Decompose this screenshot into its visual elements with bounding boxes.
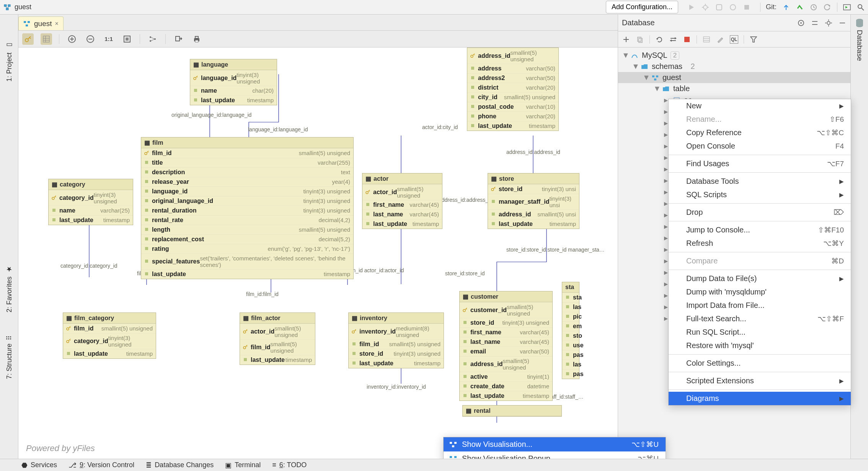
entity-address[interactable]: address_idsmallint(5) unsignedaddressvar…	[467, 47, 559, 131]
menu-item[interactable]: Find Usages⌥F7	[669, 157, 851, 170]
gear-icon[interactable]	[824, 19, 833, 27]
menu-item[interactable]: Full-text Search...⌥⇧⌘F	[669, 312, 851, 325]
entity-film[interactable]: ▦film film_idsmallint(5) unsignedtitleva…	[141, 137, 354, 279]
svg-rect-73	[366, 222, 369, 225]
toolwindow-structure[interactable]: 7: Structure ⠿	[5, 335, 13, 379]
toolwindow-favorites[interactable]: 2: Favorites ★	[5, 265, 13, 312]
stop-icon[interactable]	[742, 3, 751, 11]
entity-language[interactable]: ▦language language_idtinyint(3) unsigned…	[190, 59, 277, 105]
close-tab-icon[interactable]: ×	[55, 20, 58, 27]
toolwindow-database-label[interactable]: Database	[855, 28, 864, 61]
menu-item[interactable]: Restore with 'mysql'	[669, 339, 851, 352]
statusbar-vcs[interactable]: ⎇9: Version Control	[69, 461, 134, 469]
highlight-keys-button[interactable]	[22, 33, 34, 45]
entity-customer[interactable]: ▦customer customer_idsmallint(5) unsigne…	[459, 291, 553, 401]
profile-icon[interactable]	[729, 3, 737, 11]
menu-item[interactable]: Drop⌦	[669, 206, 851, 219]
svg-rect-53	[471, 124, 474, 127]
copy-icon[interactable]	[636, 35, 644, 44]
stop-introspection-icon[interactable]	[683, 35, 691, 44]
entity-film-category[interactable]: ▦film_category film_idsmallint(5) unsign…	[63, 312, 156, 359]
menu-item[interactable]: Jump to Console...⇧⌘F10	[669, 223, 851, 237]
fit-content-button[interactable]	[121, 33, 133, 45]
menu-item[interactable]: SQL Scripts▶	[669, 188, 851, 201]
entity-store[interactable]: ▦store store_idtinyint(3) unsimanager_st…	[488, 173, 579, 229]
edit-icon[interactable]	[716, 35, 724, 44]
database-toolwindow-icon[interactable]	[855, 19, 864, 28]
entity-rental[interactable]: ▦rental	[462, 405, 562, 417]
schema-guest-node[interactable]: ▼guest	[618, 72, 850, 83]
statusbar-terminal[interactable]: ▣Terminal	[225, 461, 261, 469]
sync-icon[interactable]	[669, 35, 677, 44]
svg-rect-48	[471, 76, 474, 79]
git-commit-icon[interactable]	[796, 3, 804, 11]
menu-item[interactable]: Dump with 'mysqldump'	[669, 285, 851, 299]
schemas-node[interactable]: ▼schemas 2	[618, 61, 850, 72]
minimize-icon[interactable]	[838, 19, 847, 27]
menu-item[interactable]: Open ConsoleF4	[669, 139, 851, 153]
console-icon[interactable]: QL	[730, 35, 738, 44]
submenu-item[interactable]: Show Visualisation...⌥⇧⌘U	[444, 437, 666, 451]
coverage-icon[interactable]	[715, 3, 723, 11]
add-configuration-button[interactable]: Add Configuration...	[606, 1, 678, 13]
refresh-icon[interactable]	[655, 35, 664, 44]
schema-context-menu[interactable]: New▶Rename...⇧F6Copy Reference⌥⇧⌘COpen C…	[668, 99, 851, 406]
menu-item[interactable]: Color Settings...	[669, 357, 851, 370]
table-view-icon[interactable]	[702, 35, 711, 44]
run-icon[interactable]	[687, 3, 696, 11]
entity-truncated-sta[interactable]: sta stalaspicemstousepaslaspas	[562, 282, 579, 379]
tables-node[interactable]: ▼table	[618, 83, 850, 94]
tab-guest[interactable]: guest ×	[18, 16, 64, 30]
entity-actor[interactable]: ▦actor actor_idsmallint(5) unsignedfirst…	[362, 173, 442, 229]
menu-item[interactable]: Scripted Extensions▶	[669, 374, 851, 388]
menu-item[interactable]: Import Data from File...	[669, 299, 851, 312]
svg-rect-80	[67, 352, 70, 355]
print-button[interactable]	[191, 33, 202, 45]
menu-item[interactable]: Database Tools▶	[669, 175, 851, 188]
git-history-icon[interactable]	[809, 3, 818, 11]
collapse-icon[interactable]	[811, 19, 819, 27]
svg-marker-15	[845, 6, 848, 8]
statusbar-db-changes[interactable]: ≣Database Changes	[146, 461, 214, 469]
menu-item[interactable]: Run SQL Script...	[669, 325, 851, 339]
zoom-in-button[interactable]	[66, 33, 78, 45]
grid-view-button[interactable]	[41, 33, 52, 45]
menu-item[interactable]: Refresh⌥⌘Y	[669, 237, 851, 250]
actual-size-button[interactable]: 1:1	[103, 33, 114, 45]
star-icon: ★	[5, 265, 13, 273]
zoom-out-button[interactable]	[85, 33, 96, 45]
filter-icon[interactable]	[749, 35, 758, 44]
entity-film-actor[interactable]: ▦film_actor actor_idsmallint(5) unsigned…	[240, 312, 315, 365]
export-button[interactable]	[173, 33, 184, 45]
layout-button[interactable]	[147, 33, 158, 45]
toolwindow-project[interactable]: 1: Project ▭	[5, 41, 13, 82]
menu-item[interactable]: Dump Data to File(s)▶	[669, 272, 851, 285]
svg-rect-96	[463, 394, 467, 397]
statusbar-todo[interactable]: ≡6: TODO	[272, 461, 307, 469]
svg-marker-3	[689, 5, 694, 10]
svg-rect-93	[463, 362, 467, 365]
breadcrumb-project[interactable]: guest	[15, 3, 31, 11]
svg-rect-75	[492, 200, 495, 203]
ide-run-anything-icon[interactable]	[843, 3, 851, 11]
svg-rect-89	[463, 321, 467, 324]
statusbar-services[interactable]: ⬣Services	[21, 461, 57, 469]
git-revert-icon[interactable]	[823, 3, 832, 11]
table-icon: ▦	[463, 293, 468, 300]
target-icon[interactable]	[797, 19, 805, 27]
svg-rect-35	[126, 38, 129, 41]
datasource-node[interactable]: ▼MySQL 2	[618, 50, 850, 61]
menu-item[interactable]: Diagrams▶	[669, 392, 851, 405]
debug-icon[interactable]	[701, 3, 710, 11]
entity-category[interactable]: ▦category category_idtinyint(3) unsigned…	[48, 179, 133, 225]
svg-rect-128	[652, 75, 654, 77]
git-update-icon[interactable]	[782, 3, 790, 11]
svg-rect-52	[471, 114, 474, 118]
entity-inventory[interactable]: ▦inventory inventory_idmediumint(8) unsi…	[348, 312, 444, 368]
menu-item[interactable]: Copy Reference⌥⇧⌘C	[669, 126, 851, 139]
search-everywhere-icon[interactable]	[857, 3, 865, 11]
add-datasource-icon[interactable]	[622, 35, 630, 44]
menu-item[interactable]: New▶	[669, 99, 851, 113]
svg-marker-122	[670, 39, 672, 42]
svg-rect-108	[812, 21, 817, 22]
